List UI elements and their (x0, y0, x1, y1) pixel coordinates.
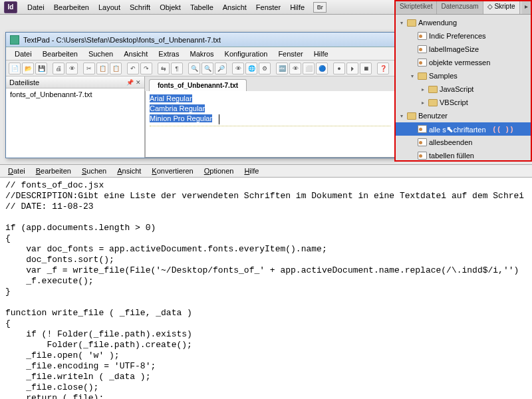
tp-menu-item[interactable]: Extras (154, 49, 184, 59)
toolbar-button[interactable]: 📋 (96, 63, 108, 74)
disclosure-icon[interactable]: ▸ (420, 86, 426, 92)
script-icon (418, 32, 427, 40)
disclosure-icon[interactable]: ▾ (398, 113, 405, 119)
estk-menu-item[interactable]: Bearbeiten (31, 166, 76, 176)
tp-menu-item[interactable]: Bearbeiten (38, 49, 82, 59)
file-list-item[interactable]: fonts_of_Unbenannt-7.txt (10, 90, 92, 98)
textpad-title: TextPad - C:\Users\Stefan\Desktop\fonts_… (23, 36, 221, 44)
tree-item[interactable]: tabellen füllen (396, 149, 531, 160)
panel-tab[interactable]: ◇ Skripte (483, 1, 520, 14)
tree-item[interactable]: allesbeenden (396, 136, 531, 149)
estk-menu-item[interactable]: Konvertieren (146, 166, 198, 176)
toolbar-button[interactable]: ⇆ (158, 63, 170, 74)
bridge-button[interactable]: Br (313, 2, 327, 13)
tree-item[interactable]: objekte vermessen (396, 56, 531, 69)
tp-menu-item[interactable]: Ansicht (119, 49, 152, 59)
toolbar-button (79, 63, 82, 74)
tree-item[interactable]: Indic Preferences (396, 29, 531, 43)
menu-schrift[interactable]: Schrift (125, 2, 155, 13)
file-list-title: Dateiliste (9, 78, 39, 86)
toolbar-button[interactable]: ¶ (171, 63, 183, 74)
menu-fenster[interactable]: Fenster (251, 2, 285, 13)
tree-item[interactable]: ▸VBScript (396, 96, 531, 109)
menu-tabelle[interactable]: Tabelle (186, 2, 218, 13)
toolbar-button[interactable]: ↶ (127, 63, 139, 74)
toolbar-button[interactable]: ⏵ (346, 63, 358, 74)
panel-tab[interactable]: Datenzusam (437, 1, 483, 14)
script-icon (418, 45, 427, 53)
estk-menu-item[interactable]: Datei (3, 166, 31, 176)
tp-menu-item[interactable]: Datei (10, 49, 37, 59)
editor-tabs: fonts_of_Unbenannt-7.txt (145, 76, 395, 91)
toolbar-button[interactable]: ✂ (83, 63, 95, 74)
toolbar-button[interactable]: 📂 (22, 63, 34, 74)
toolbar-button[interactable]: ● (333, 63, 345, 74)
toolbar-button[interactable]: 🔤 (276, 63, 288, 74)
toolbar-button[interactable]: ⏹ (360, 63, 372, 74)
tree-item[interactable]: ▾Benutzer (396, 109, 531, 122)
toolbar-button[interactable]: ⚙ (259, 63, 271, 74)
toolbar-button[interactable]: 📋 (110, 63, 122, 74)
textpad-toolbar: 📄📂💾🖨👁✂📋📋↶↷⇆¶🔍🔍🔎👁🌐⚙🔤👁⬜🔵●⏵⏹❓ (6, 61, 395, 76)
toolbar-button[interactable]: 🔵 (316, 63, 328, 74)
tree-item[interactable]: ▾Samples (396, 69, 531, 82)
disclosure-icon[interactable]: ▾ (398, 20, 405, 26)
tree-label: allesbeenden (429, 138, 472, 146)
toolbar-button[interactable]: 💾 (35, 63, 47, 74)
editor-tab[interactable]: fonts_of_Unbenannt-7.txt (149, 79, 247, 91)
estk-menu-item[interactable]: Hilfe (239, 166, 264, 176)
tree-label: alle s⬉chriftarten (429, 124, 486, 134)
tp-menu-item[interactable]: Fenster (273, 49, 307, 59)
scripts-panel: SkriptetiketDatenzusam◇ Skripte▸ ▾Anwend… (394, 0, 532, 162)
menu-bearbeiten[interactable]: Bearbeiten (49, 2, 94, 13)
estk-menu-item[interactable]: Suchen (76, 166, 112, 176)
tree-item[interactable]: labelImageSize (396, 43, 531, 56)
file-list-panel: Dateiliste 📌 ✕ fonts_of_Unbenannt-7.txt (6, 76, 145, 158)
toolbar-button[interactable]: ↷ (140, 63, 152, 74)
menu-layout[interactable]: Layout (94, 2, 125, 13)
toolbar-button[interactable]: 🔍 (188, 63, 200, 74)
tp-menu-item[interactable]: Makros (185, 49, 218, 59)
estk-menubar: DateiBearbeitenSuchenAnsichtKonvertieren… (0, 164, 532, 178)
panel-collapse-icon[interactable]: ▸ (522, 1, 531, 14)
folder-icon (418, 72, 427, 80)
file-list-header: Dateiliste 📌 ✕ (6, 76, 144, 88)
toolbar-button[interactable]: 👁 (289, 63, 301, 74)
menu-datei[interactable]: Datei (23, 2, 49, 13)
panel-tab[interactable]: Skriptetiket (396, 1, 437, 14)
panel-tabs: SkriptetiketDatenzusam◇ Skripte▸ (396, 1, 531, 15)
toolbar-button[interactable]: 🌐 (245, 63, 257, 74)
pin-icon[interactable]: 📌 ✕ (126, 79, 141, 86)
toolbar-button[interactable]: 👁 (66, 63, 78, 74)
code-editor[interactable]: // fonts_of_doc.jsx //DESCRIPTION:Gibt e… (0, 178, 532, 399)
script-icon (418, 138, 427, 146)
toolbar-button[interactable]: ⬜ (303, 63, 315, 74)
estk-menu-item[interactable]: Ansicht (112, 166, 146, 176)
toolbar-button[interactable]: ❓ (377, 63, 389, 74)
toolbar-button[interactable]: 🔍 (201, 63, 213, 74)
toolbar-button (184, 63, 187, 74)
menu-hilfe[interactable]: Hilfe (285, 2, 309, 13)
tree-item[interactable]: ▾Anwendung (396, 16, 531, 29)
toolbar-button (329, 63, 332, 74)
file-list-body[interactable]: fonts_of_Unbenannt-7.txt (6, 88, 144, 158)
estk-menu-item[interactable]: Optionen (199, 166, 239, 176)
textpad-titlebar: TextPad - C:\Users\Stefan\Desktop\fonts_… (6, 33, 395, 47)
tp-menu-item[interactable]: Hilfe (309, 49, 333, 59)
menu-ansicht[interactable]: Ansicht (218, 2, 251, 13)
toolbar-button[interactable]: 👁 (232, 63, 244, 74)
running-indicator: (( )) (493, 125, 515, 133)
tree-item[interactable]: alle s⬉chriftarten(( )) (396, 122, 531, 136)
toolbar-button[interactable]: 🔎 (215, 63, 227, 74)
tree-item[interactable]: ▸JavaScript (396, 82, 531, 96)
tp-menu-item[interactable]: Konfiguration (220, 49, 273, 59)
disclosure-icon[interactable]: ▾ (409, 73, 416, 79)
toolbar-button[interactable]: 🖨 (53, 63, 65, 74)
tree-label: VBScript (440, 98, 468, 106)
script-icon (418, 59, 427, 66)
tp-menu-item[interactable]: Suchen (84, 49, 118, 59)
editor-area[interactable]: Arial RegularCambria RegularMinion Pro R… (145, 91, 395, 158)
disclosure-icon[interactable]: ▸ (420, 100, 426, 106)
menu-objekt[interactable]: Objekt (155, 2, 186, 13)
toolbar-button[interactable]: 📄 (9, 63, 21, 74)
